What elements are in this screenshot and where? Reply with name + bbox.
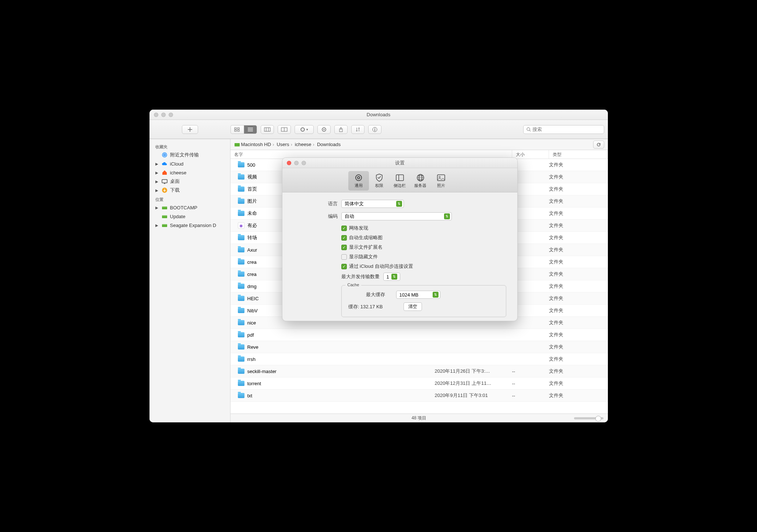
svg-rect-23 bbox=[162, 224, 167, 225]
folder-icon bbox=[238, 369, 244, 374]
folder-icon bbox=[238, 332, 244, 337]
zoom-slider[interactable] bbox=[574, 417, 603, 419]
minimize-button[interactable] bbox=[161, 113, 166, 117]
globe-icon bbox=[411, 173, 430, 183]
svg-point-11 bbox=[374, 128, 375, 129]
home-icon bbox=[161, 169, 168, 176]
refresh-button[interactable] bbox=[593, 141, 604, 149]
checkbox[interactable]: ✓ bbox=[341, 226, 347, 231]
sidebar-item[interactable]: 附近文件传输 bbox=[149, 150, 230, 159]
search-box[interactable] bbox=[523, 125, 604, 134]
folder-icon bbox=[238, 381, 244, 386]
breadcrumb-item[interactable]: Users bbox=[275, 142, 289, 147]
checkbox-row[interactable]: 显示隐藏文件 bbox=[341, 253, 506, 260]
sidebar-item[interactable]: ▶Seagate Expansion D bbox=[149, 221, 230, 230]
checkbox-label: 通过 iCloud 自动同步连接设置 bbox=[349, 263, 413, 270]
file-row[interactable]: torrent2020年12月31日 上午11…--文件夹 bbox=[230, 377, 608, 390]
checkbox-label: 显示文件扩展名 bbox=[349, 244, 383, 251]
col-kind[interactable]: 类型 bbox=[549, 150, 608, 159]
info-button[interactable] bbox=[368, 125, 381, 134]
clear-cache-button[interactable]: 清空 bbox=[404, 302, 422, 311]
checkbox[interactable]: ✓ bbox=[341, 245, 347, 250]
checkbox-row[interactable]: ✓自动生成缩略图 bbox=[341, 234, 506, 241]
checkbox-row[interactable]: ✓显示文件扩展名 bbox=[341, 244, 506, 251]
sidebar-item[interactable]: ▶桌面 bbox=[149, 177, 230, 186]
sidebar-item[interactable]: Update bbox=[149, 212, 230, 221]
drive-icon bbox=[161, 222, 168, 228]
settings-tab-globe[interactable]: 服务器 bbox=[410, 171, 431, 191]
svg-point-25 bbox=[356, 175, 362, 181]
folder-icon bbox=[238, 211, 244, 216]
gallery-view-button[interactable] bbox=[278, 125, 291, 134]
sidebar-item-label: iCloud bbox=[170, 161, 184, 167]
settings-modal: 设置 通用权限侧边栏服务器照片 语言 简体中文 ⇅ 编码 自动 ⇅ ✓网络发 bbox=[282, 157, 518, 321]
shield-icon bbox=[370, 173, 389, 183]
icon-view-button[interactable] bbox=[230, 125, 244, 134]
settings-tab-gear[interactable]: 通用 bbox=[348, 171, 369, 191]
settings-tab-sidebar[interactable]: 侧边栏 bbox=[390, 171, 410, 191]
breadcrumb-item[interactable]: icheese bbox=[294, 142, 311, 147]
app-icon: ◉ bbox=[238, 222, 244, 229]
concurrency-select[interactable]: 1 ⇅ bbox=[383, 273, 400, 281]
toolbar: ▾ bbox=[149, 120, 608, 139]
settings-tab-shield[interactable]: 权限 bbox=[369, 171, 390, 191]
traffic-lights bbox=[149, 113, 173, 117]
chevron-updown-icon: ⇅ bbox=[396, 201, 402, 207]
action-menu-button[interactable]: ▾ bbox=[295, 125, 314, 134]
checkbox[interactable] bbox=[341, 254, 347, 260]
pathbar: Macintosh HD›Users›icheese›Downloads bbox=[230, 139, 608, 150]
sidebar-item[interactable]: ▶iCloud bbox=[149, 159, 230, 168]
file-kind: 文件夹 bbox=[549, 380, 608, 387]
checkbox[interactable]: ✓ bbox=[341, 264, 347, 269]
file-row[interactable]: Reve文件夹 bbox=[230, 341, 608, 353]
file-kind: 文件夹 bbox=[549, 319, 608, 326]
settings-tab-photo[interactable]: 照片 bbox=[431, 171, 451, 191]
search-input[interactable] bbox=[532, 127, 601, 132]
folder-icon bbox=[238, 284, 244, 289]
breadcrumb-item[interactable]: Downloads bbox=[316, 142, 341, 147]
settings-button[interactable] bbox=[317, 125, 331, 134]
checkbox-row[interactable]: ✓网络发现 bbox=[341, 225, 506, 231]
checkbox[interactable]: ✓ bbox=[341, 235, 347, 241]
col-size[interactable]: 大小 bbox=[512, 150, 549, 159]
breadcrumb-item[interactable]: Macintosh HD bbox=[234, 142, 271, 147]
sidebar-item-label: Update bbox=[170, 214, 186, 219]
svg-rect-21 bbox=[162, 215, 167, 216]
svg-point-12 bbox=[527, 128, 530, 131]
file-size: -- bbox=[512, 381, 549, 386]
max-cache-select[interactable]: 1024 MB ⇅ bbox=[396, 291, 440, 299]
file-kind: 文件夹 bbox=[549, 259, 608, 265]
file-name: seckill-master bbox=[247, 369, 435, 374]
file-row[interactable]: rrsh文件夹 bbox=[230, 353, 608, 365]
drive-icon bbox=[161, 204, 168, 211]
folder-icon bbox=[238, 272, 244, 277]
sidebar-item-label: 附近文件传输 bbox=[170, 152, 199, 158]
column-view-button[interactable] bbox=[261, 125, 274, 134]
folder-icon bbox=[238, 174, 244, 180]
chevron-updown-icon: ⇅ bbox=[433, 292, 439, 298]
close-button[interactable] bbox=[154, 113, 158, 117]
language-select[interactable]: 简体中文 ⇅ bbox=[341, 200, 404, 208]
file-kind: 文件夹 bbox=[549, 392, 608, 399]
file-row[interactable]: seckill-master2020年11月26日 下午3:…--文件夹 bbox=[230, 365, 608, 377]
list-view-button[interactable] bbox=[244, 125, 257, 134]
file-row[interactable]: pdf文件夹 bbox=[230, 329, 608, 341]
sidebar-item[interactable]: ▶下载 bbox=[149, 186, 230, 195]
sidebar-item-label: BOOTCAMP bbox=[170, 205, 197, 210]
add-button[interactable] bbox=[182, 125, 198, 134]
encoding-select[interactable]: 自动 ⇅ bbox=[341, 212, 452, 220]
file-row[interactable]: txt2020年9月11日 下午3:01--文件夹 bbox=[230, 390, 608, 402]
sidebar-item-label: icheese bbox=[170, 170, 187, 175]
file-name: pdf bbox=[247, 332, 435, 338]
svg-point-8 bbox=[323, 129, 324, 130]
svg-point-31 bbox=[439, 176, 440, 178]
sort-button[interactable] bbox=[351, 125, 365, 134]
folder-icon bbox=[238, 344, 244, 350]
folder-icon bbox=[238, 320, 244, 325]
sidebar-item[interactable]: ▶icheese bbox=[149, 168, 230, 177]
zoom-button[interactable] bbox=[169, 113, 173, 117]
locations-header: 位置 bbox=[149, 195, 230, 203]
share-button[interactable] bbox=[334, 125, 348, 134]
checkbox-row[interactable]: ✓通过 iCloud 自动同步连接设置 bbox=[341, 263, 506, 270]
sidebar-item[interactable]: ▶BOOTCAMP bbox=[149, 203, 230, 212]
